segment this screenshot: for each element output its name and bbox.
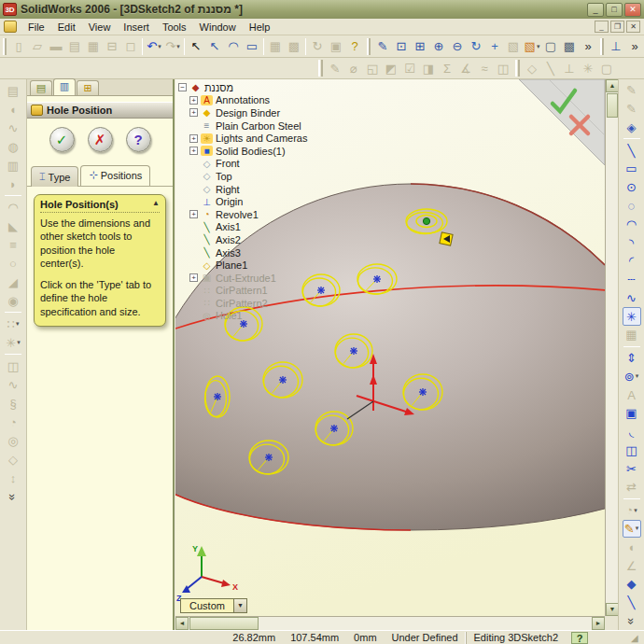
smart-dimension-icon[interactable]: ⇕ [623,349,641,368]
expand-icon[interactable]: + [189,273,198,282]
line-segment-icon[interactable]: ╲ [623,594,641,612]
line-icon[interactable]: ╲ [623,141,641,160]
reference-geometry-group-icon[interactable]: ⊥ [607,37,625,56]
sketch-tools-icon[interactable]: ✎▾ [623,520,641,539]
collapse-icon[interactable]: − [178,83,187,91]
tree-item-hole1[interactable]: ◎Hole1 [178,310,332,323]
sketch-overflow-icon[interactable]: » [623,611,641,630]
trim-entities-icon[interactable]: ✂ [623,459,641,478]
scroll-right-icon[interactable]: ► [592,617,605,630]
tree-item-revolve1[interactable]: +◔Revolve1 [178,208,332,221]
maximize-button[interactable]: □ [606,3,623,17]
perimeter-circle-icon[interactable]: ◌ [623,197,641,216]
tree-item-cirpattern2[interactable]: ∷CirPattern2 [178,297,332,310]
vertical-scroll-thumb[interactable] [607,93,618,118]
scroll-down-icon[interactable]: ▼ [606,603,619,616]
featuremanager-tab[interactable]: ▤ [30,80,52,95]
tree-item-design-binder[interactable]: +◆Design Binder [178,106,332,119]
menu-view[interactable]: View [82,20,118,35]
tree-item-axis1[interactable]: ╲Axis1 [178,221,332,234]
standard-views-icon[interactable]: ▧▾ [523,37,541,56]
zoom-to-area-icon[interactable]: ⊞ [411,37,429,56]
tangent-arc-icon[interactable]: ◝ [623,233,641,252]
tree-item-plane1[interactable]: ◇Plane1 [178,259,332,272]
propertymanager-tab[interactable]: ▥ [53,78,76,95]
tree-item-cut-extrude1[interactable]: +▣Cut-Extrude1 [178,272,332,285]
toolbar-grip[interactable] [318,60,323,77]
view-selector-combo[interactable]: Custom ▼ [180,598,247,613]
tree-item-top[interactable]: ◇Top [178,170,332,183]
close-button[interactable]: ✕ [624,3,641,17]
configurationmanager-tab[interactable]: ⊞ [77,80,99,95]
child-minimize-button[interactable]: _ [595,21,609,33]
zoom-to-selection-icon[interactable]: ⊖ [448,37,467,56]
modify-sketch-icon[interactable]: ◈ [623,119,641,137]
view-toolbar-overflow-icon[interactable]: » [579,37,597,56]
toolbar-grip[interactable] [3,38,7,55]
ordinate-dimension-icon[interactable]: ⊚▾ [623,367,641,385]
rectangle-icon[interactable]: ▭ [623,160,641,178]
spline-icon[interactable]: ∿ [623,288,641,307]
tree-item--[interactable]: −◆מסננת [178,81,332,94]
expand-icon[interactable]: + [189,210,198,218]
menu-window[interactable]: Window [193,20,243,35]
expand-icon[interactable]: + [189,147,198,155]
menu-help[interactable]: Help [243,20,277,35]
tree-item-origin[interactable]: ⊥Origin [178,195,332,208]
document-icon[interactable] [4,21,17,33]
menu-insert[interactable]: Insert [117,20,156,35]
tree-item-front[interactable]: ◇Front [178,158,332,171]
zoom-in-out-icon[interactable]: ⊕ [429,37,448,56]
convert-entities-icon[interactable]: ▣ [623,404,641,423]
status-help-toggle[interactable]: ? [571,632,588,644]
horizontal-scrollbar[interactable]: ◄ ► [175,616,605,630]
toolbar-overflow-icon[interactable]: » [625,37,644,56]
child-restore-button[interactable]: ❐ [610,21,624,33]
ok-button[interactable]: ✓ [49,127,75,152]
minimize-button[interactable]: _ [587,3,604,17]
selection-filter-capsule-icon[interactable]: ▭ [243,37,261,56]
view-orientation-icon[interactable]: ✎ [373,37,392,56]
hidden-lines-visible-icon[interactable]: ▩ [560,37,579,56]
toolbar-grip[interactable] [367,38,371,55]
features-overflow-icon[interactable]: » [4,487,22,506]
select-other-icon[interactable]: ↖ [205,37,224,56]
help-icon[interactable]: ? [345,37,364,56]
rotate-view-icon[interactable]: ↻ [467,37,485,56]
collapse-arrow-icon[interactable]: ▲ [152,199,160,210]
wireframe-icon[interactable]: ▢ [541,37,560,56]
expand-icon[interactable]: + [189,134,198,143]
toolbar-grip[interactable] [600,38,604,55]
centerline-icon[interactable]: ┄ [623,271,641,289]
point-icon[interactable]: ✳ [623,307,641,326]
tree-item-axis2[interactable]: ╲Axis2 [178,233,332,246]
tree-item-right[interactable]: ◇Right [178,183,332,196]
menu-file[interactable]: File [21,20,51,35]
child-close-button[interactable]: ✕ [626,21,640,33]
help-button[interactable]: ? [126,127,151,152]
vertical-scrollbar[interactable]: ▲ ▼ [605,79,618,616]
scroll-up-icon[interactable]: ▲ [606,79,619,92]
circle-icon[interactable]: ⊙ [623,178,641,197]
menu-edit[interactable]: Edit [51,20,82,35]
tree-item-lights-and-cameras[interactable]: +☀Lights and Cameras [178,132,332,145]
3-point-arc-icon[interactable]: ◜ [623,252,641,271]
tree-item-plain-carbon-steel[interactable]: ≡Plain Carbon Steel [178,119,332,133]
tab-positions[interactable]: ⊹ Positions [80,165,150,186]
centerpoint-arc-icon[interactable]: ◠ [623,215,641,233]
expand-icon[interactable]: + [189,108,198,117]
undo-icon[interactable]: ↶▾ [145,37,163,56]
zoom-to-fit-icon[interactable]: ⊡ [392,37,411,56]
scroll-left-icon[interactable]: ◄ [175,617,189,630]
rapid-sketch-icon[interactable]: ◆ [623,575,641,594]
tree-item-axis3[interactable]: ╲Axis3 [178,246,332,259]
tab-type[interactable]: ⌶ Type [31,166,78,187]
toolbar-grip[interactable] [515,60,520,77]
select-icon[interactable]: ↖ [187,37,205,56]
horizontal-scroll-thumb[interactable] [189,617,259,630]
combo-dropdown-icon[interactable]: ▼ [233,599,246,612]
expand-icon[interactable]: + [189,96,198,105]
cancel-button[interactable]: ✗ [88,127,113,152]
lasso-select-icon[interactable]: ◠ [224,37,243,56]
tree-item-solid-bodies-1-[interactable]: +■Solid Bodies(1) [178,145,332,158]
